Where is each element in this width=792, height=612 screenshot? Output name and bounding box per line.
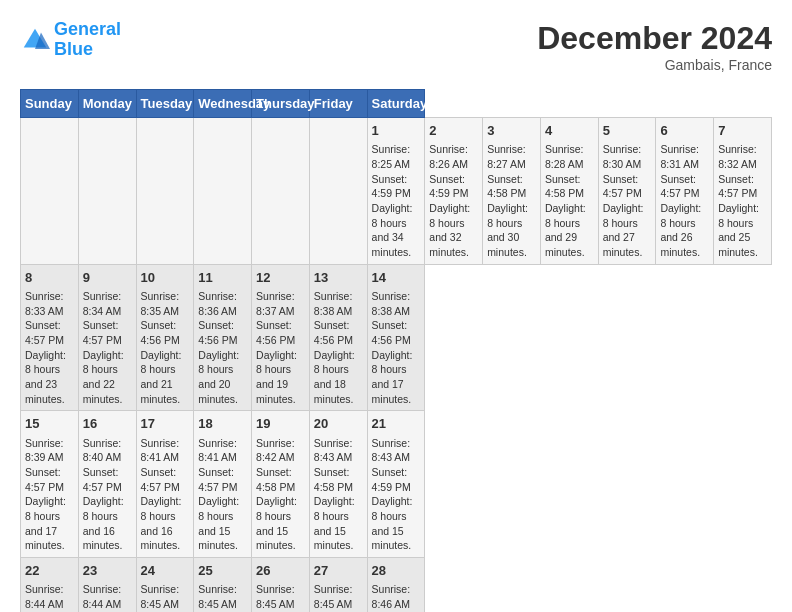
sunset-text: Sunset: 4:57 PM — [25, 319, 64, 346]
calendar-cell — [21, 118, 79, 265]
calendar-cell: 9Sunrise: 8:34 AMSunset: 4:57 PMDaylight… — [78, 264, 136, 411]
logo-text: General Blue — [54, 20, 121, 60]
daylight-text: Daylight: 8 hours and 32 minutes. — [429, 202, 470, 258]
sunset-text: Sunset: 4:56 PM — [256, 319, 295, 346]
sunset-text: Sunset: 4:57 PM — [83, 319, 122, 346]
col-monday: Monday — [78, 90, 136, 118]
calendar-cell — [78, 118, 136, 265]
calendar-cell: 3Sunrise: 8:27 AMSunset: 4:58 PMDaylight… — [483, 118, 541, 265]
sunrise-text: Sunrise: 8:44 AM — [83, 583, 122, 610]
sunset-text: Sunset: 4:56 PM — [198, 319, 237, 346]
calendar-cell: 18Sunrise: 8:41 AMSunset: 4:57 PMDayligh… — [194, 411, 252, 558]
col-wednesday: Wednesday — [194, 90, 252, 118]
daylight-text: Daylight: 8 hours and 27 minutes. — [603, 202, 644, 258]
day-number: 6 — [660, 122, 709, 140]
calendar-body: 1Sunrise: 8:25 AMSunset: 4:59 PMDaylight… — [21, 118, 772, 613]
day-number: 19 — [256, 415, 305, 433]
sunrise-text: Sunrise: 8:37 AM — [256, 290, 295, 317]
calendar-cell: 24Sunrise: 8:45 AMSunset: 5:00 PMDayligh… — [136, 558, 194, 612]
sunset-text: Sunset: 4:57 PM — [83, 466, 122, 493]
day-number: 14 — [372, 269, 421, 287]
sunrise-text: Sunrise: 8:30 AM — [603, 143, 642, 170]
sunset-text: Sunset: 4:58 PM — [256, 466, 295, 493]
sunrise-text: Sunrise: 8:41 AM — [198, 437, 237, 464]
daylight-text: Daylight: 8 hours and 20 minutes. — [198, 349, 239, 405]
calendar-cell: 25Sunrise: 8:45 AMSunset: 5:01 PMDayligh… — [194, 558, 252, 612]
sunset-text: Sunset: 4:56 PM — [314, 319, 353, 346]
sunrise-text: Sunrise: 8:38 AM — [372, 290, 411, 317]
calendar-cell: 23Sunrise: 8:44 AMSunset: 5:00 PMDayligh… — [78, 558, 136, 612]
sunset-text: Sunset: 4:57 PM — [660, 173, 699, 200]
sunset-text: Sunset: 4:59 PM — [429, 173, 468, 200]
sunset-text: Sunset: 4:58 PM — [545, 173, 584, 200]
sunrise-text: Sunrise: 8:31 AM — [660, 143, 699, 170]
sunrise-text: Sunrise: 8:28 AM — [545, 143, 584, 170]
calendar-cell: 16Sunrise: 8:40 AMSunset: 4:57 PMDayligh… — [78, 411, 136, 558]
day-number: 1 — [372, 122, 421, 140]
sunrise-text: Sunrise: 8:43 AM — [372, 437, 411, 464]
daylight-text: Daylight: 8 hours and 26 minutes. — [660, 202, 701, 258]
sunset-text: Sunset: 4:58 PM — [314, 466, 353, 493]
calendar-cell: 11Sunrise: 8:36 AMSunset: 4:56 PMDayligh… — [194, 264, 252, 411]
day-number: 11 — [198, 269, 247, 287]
daylight-text: Daylight: 8 hours and 30 minutes. — [487, 202, 528, 258]
header-row: Sunday Monday Tuesday Wednesday Thursday… — [21, 90, 772, 118]
sunrise-text: Sunrise: 8:45 AM — [256, 583, 295, 610]
day-number: 9 — [83, 269, 132, 287]
sunset-text: Sunset: 4:57 PM — [25, 466, 64, 493]
daylight-text: Daylight: 8 hours and 19 minutes. — [256, 349, 297, 405]
day-number: 23 — [83, 562, 132, 580]
day-number: 8 — [25, 269, 74, 287]
daylight-text: Daylight: 8 hours and 15 minutes. — [314, 495, 355, 551]
calendar-week-1: 1Sunrise: 8:25 AMSunset: 4:59 PMDaylight… — [21, 118, 772, 265]
daylight-text: Daylight: 8 hours and 22 minutes. — [83, 349, 124, 405]
calendar-cell: 26Sunrise: 8:45 AMSunset: 5:02 PMDayligh… — [252, 558, 310, 612]
calendar-cell: 10Sunrise: 8:35 AMSunset: 4:56 PMDayligh… — [136, 264, 194, 411]
sunset-text: Sunset: 4:56 PM — [372, 319, 411, 346]
sunrise-text: Sunrise: 8:43 AM — [314, 437, 353, 464]
day-number: 27 — [314, 562, 363, 580]
sunset-text: Sunset: 4:59 PM — [372, 173, 411, 200]
sunset-text: Sunset: 4:57 PM — [603, 173, 642, 200]
sunrise-text: Sunrise: 8:34 AM — [83, 290, 122, 317]
day-number: 3 — [487, 122, 536, 140]
calendar-cell: 6Sunrise: 8:31 AMSunset: 4:57 PMDaylight… — [656, 118, 714, 265]
calendar-cell: 7Sunrise: 8:32 AMSunset: 4:57 PMDaylight… — [714, 118, 772, 265]
calendar-cell — [194, 118, 252, 265]
col-tuesday: Tuesday — [136, 90, 194, 118]
sunrise-text: Sunrise: 8:38 AM — [314, 290, 353, 317]
day-number: 15 — [25, 415, 74, 433]
calendar-week-3: 15Sunrise: 8:39 AMSunset: 4:57 PMDayligh… — [21, 411, 772, 558]
calendar-cell: 17Sunrise: 8:41 AMSunset: 4:57 PMDayligh… — [136, 411, 194, 558]
col-thursday: Thursday — [252, 90, 310, 118]
col-friday: Friday — [309, 90, 367, 118]
day-number: 4 — [545, 122, 594, 140]
sunrise-text: Sunrise: 8:33 AM — [25, 290, 64, 317]
sunrise-text: Sunrise: 8:39 AM — [25, 437, 64, 464]
logo: General Blue — [20, 20, 121, 60]
sunrise-text: Sunrise: 8:42 AM — [256, 437, 295, 464]
calendar-cell: 22Sunrise: 8:44 AMSunset: 4:59 PMDayligh… — [21, 558, 79, 612]
calendar-cell: 5Sunrise: 8:30 AMSunset: 4:57 PMDaylight… — [598, 118, 656, 265]
calendar-cell — [136, 118, 194, 265]
daylight-text: Daylight: 8 hours and 16 minutes. — [141, 495, 182, 551]
day-number: 12 — [256, 269, 305, 287]
sunset-text: Sunset: 4:57 PM — [141, 466, 180, 493]
col-saturday: Saturday — [367, 90, 425, 118]
day-number: 10 — [141, 269, 190, 287]
daylight-text: Daylight: 8 hours and 17 minutes. — [25, 495, 66, 551]
daylight-text: Daylight: 8 hours and 29 minutes. — [545, 202, 586, 258]
sunrise-text: Sunrise: 8:26 AM — [429, 143, 468, 170]
day-number: 16 — [83, 415, 132, 433]
sunrise-text: Sunrise: 8:35 AM — [141, 290, 180, 317]
day-number: 25 — [198, 562, 247, 580]
calendar-cell: 28Sunrise: 8:46 AMSunset: 5:03 PMDayligh… — [367, 558, 425, 612]
logo-icon — [20, 25, 50, 55]
calendar-cell: 21Sunrise: 8:43 AMSunset: 4:59 PMDayligh… — [367, 411, 425, 558]
calendar-cell: 19Sunrise: 8:42 AMSunset: 4:58 PMDayligh… — [252, 411, 310, 558]
sunrise-text: Sunrise: 8:45 AM — [314, 583, 353, 610]
sunrise-text: Sunrise: 8:45 AM — [141, 583, 180, 610]
page-header: General Blue December 2024 Gambais, Fran… — [20, 20, 772, 73]
calendar-cell — [309, 118, 367, 265]
calendar-cell: 2Sunrise: 8:26 AMSunset: 4:59 PMDaylight… — [425, 118, 483, 265]
